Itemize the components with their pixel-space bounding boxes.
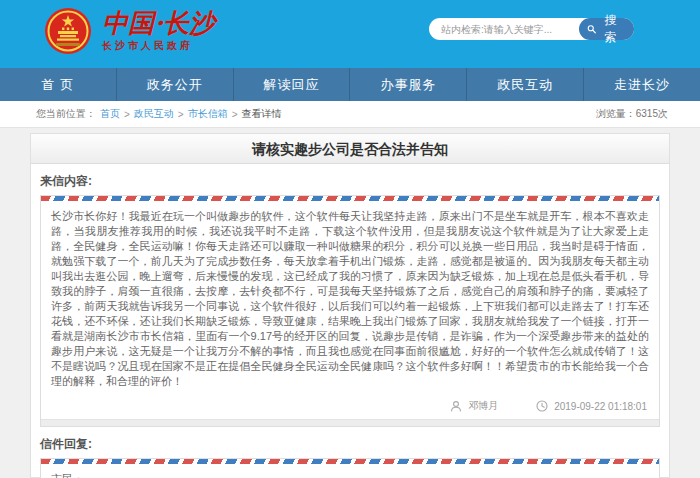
letter-author: 邓博月 <box>468 399 498 413</box>
reply-salutation: 市民： <box>51 472 649 478</box>
reply-label: 信件回复: <box>31 427 669 458</box>
national-emblem-icon <box>44 7 92 55</box>
clock-icon <box>536 400 548 412</box>
breadcrumb: 您当前位置： 首页 > 政民互动 > 市长信箱 > 查看详情 <box>36 107 282 121</box>
reply-content: 市民： 您好！您的来信已收悉。经调查，现回复如下： 1.“趣步”公司及“趣步”项… <box>41 464 659 478</box>
site-logo[interactable]: 中国·长沙 长沙市人民政府 <box>44 7 215 55</box>
breadcrumb-separator: > <box>178 109 184 120</box>
nav-item-interpretation[interactable]: 解读回应 <box>234 68 351 101</box>
letter-box-footer <box>41 419 659 426</box>
site-search: 搜 索 <box>429 18 634 40</box>
breadcrumb-item-mayor-mailbox[interactable]: 市长信箱 <box>188 107 228 121</box>
nav-item-interaction[interactable]: 政民互动 <box>467 68 584 101</box>
search-button-label: 搜 索 <box>599 12 624 46</box>
breadcrumb-item-interaction[interactable]: 政民互动 <box>134 107 174 121</box>
letter-content-label: 来信内容: <box>31 164 669 195</box>
letter-content-box: 长沙市长你好！我最近在玩一个叫做趣步的软件，这个软件每天让我坚持走路，原来出门不… <box>40 195 660 427</box>
page-title: 请核实趣步公司是否合法并告知 <box>31 134 669 164</box>
letter-detail-card: 请核实趣步公司是否合法并告知 来信内容: 长沙市长你好！我最近在玩一个叫做趣步的… <box>30 133 670 478</box>
nav-item-services[interactable]: 办事服务 <box>350 68 467 101</box>
site-subtitle: 长沙市人民政府 <box>102 39 215 53</box>
search-button[interactable]: 搜 索 <box>579 18 634 40</box>
letter-content-text: 长沙市长你好！我最近在玩一个叫做趣步的软件，这个软件每天让我坚持走路，原来出门不… <box>41 201 659 395</box>
user-icon <box>450 400 462 412</box>
reply-box: 市民： 您好！您的来信已收悉。经调查，现回复如下： 1.“趣步”公司及“趣步”项… <box>40 458 660 478</box>
search-input[interactable] <box>429 24 579 35</box>
site-title-block: 中国·长沙 长沙市人民政府 <box>102 10 215 53</box>
breadcrumb-separator: > <box>124 109 130 120</box>
view-count-suffix: 次 <box>658 108 668 119</box>
letter-datetime: 2019-09-22 01:18:01 <box>554 401 647 412</box>
view-count-label: 浏览量： <box>596 108 636 119</box>
breadcrumb-item-detail: 查看详情 <box>242 107 282 121</box>
view-count-value: 6315 <box>636 108 658 119</box>
nav-item-about-changsha[interactable]: 走进长沙 <box>584 68 700 101</box>
search-icon <box>587 23 596 35</box>
breadcrumb-item-home[interactable]: 首页 <box>100 107 120 121</box>
breadcrumb-prefix: 您当前位置： <box>36 107 96 121</box>
site-header: 中国·长沙 长沙市人民政府 搜 索 <box>0 0 700 68</box>
letter-meta-row: 邓博月 2019-09-22 01:18:01 <box>41 395 659 419</box>
breadcrumb-bar: 您当前位置： 首页 > 政民互动 > 市长信箱 > 查看详情 浏览量：6315次 <box>0 101 700 128</box>
main-nav: 首 页 政务公开 解读回应 办事服务 政民互动 走进长沙 <box>0 68 700 101</box>
nav-item-gov-info[interactable]: 政务公开 <box>117 68 234 101</box>
site-title: 中国·长沙 <box>102 10 215 36</box>
nav-item-home[interactable]: 首 页 <box>0 68 117 101</box>
breadcrumb-separator: > <box>232 109 238 120</box>
view-count: 浏览量：6315次 <box>596 107 668 121</box>
